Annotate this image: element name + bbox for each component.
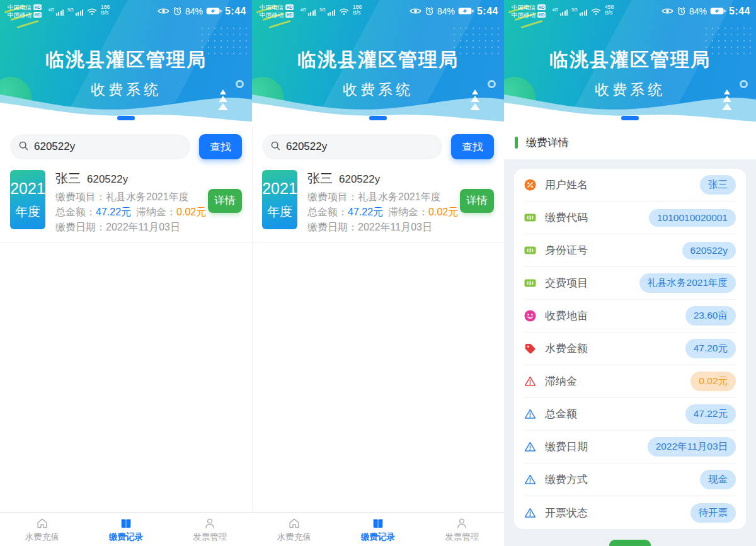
detail-row: 总金额 47.22元 bbox=[524, 398, 736, 431]
person-icon bbox=[455, 516, 469, 530]
value-pill: 1010010020001 bbox=[649, 209, 736, 227]
user-code: 620522y bbox=[339, 173, 380, 186]
payment-record-card[interactable]: 2021 年度 张三 620522y 缴费项目：礼县水务2021年度 总金额：4… bbox=[0, 159, 252, 242]
payment-list-body: 查找 2021 年度 张三 620522y 缴费项目：礼县水务2021年度 总金… bbox=[0, 126, 252, 242]
year-badge: 2021 年度 bbox=[10, 170, 45, 229]
signal-bars-icon bbox=[560, 9, 568, 16]
alarm-clock-icon bbox=[677, 6, 686, 16]
battery-charging-icon bbox=[458, 7, 474, 15]
percent-icon bbox=[524, 179, 536, 191]
status-bar: 中国电信 HD 中国移动 HD 4G 5G bbox=[512, 4, 750, 18]
late-fee-label: 滞纳金： bbox=[136, 207, 176, 217]
price-tag-icon bbox=[524, 343, 536, 355]
detail-row-label: 水费金额 bbox=[545, 341, 588, 356]
search-icon bbox=[18, 140, 29, 154]
open-book-icon bbox=[371, 516, 385, 530]
tab-payment-records[interactable]: 缴费记录 bbox=[336, 513, 420, 546]
detail-row-label: 交费项目 bbox=[545, 276, 588, 290]
wifi-icon bbox=[86, 8, 98, 16]
tab-invoice-management[interactable]: 发票管理 bbox=[168, 513, 252, 546]
tab-water-recharge[interactable]: 水费充值 bbox=[0, 513, 84, 546]
total-value: 47.22元 bbox=[96, 207, 131, 217]
project-label: 缴费项目： bbox=[307, 191, 358, 202]
value-pill: 47.22元 bbox=[685, 404, 736, 424]
search-field[interactable] bbox=[34, 140, 182, 153]
battery-percent: 84% bbox=[437, 6, 455, 16]
hd-badge-icon: HD bbox=[33, 12, 42, 18]
hd-badge-icon: HD bbox=[33, 4, 42, 10]
section-title-bar: 缴费详情 bbox=[504, 126, 756, 159]
bank-card-icon bbox=[524, 212, 536, 224]
nav-label: 水费充值 bbox=[25, 532, 59, 543]
battery-charging-icon bbox=[206, 7, 222, 15]
eye-icon bbox=[662, 7, 673, 15]
search-row: 查找 bbox=[0, 126, 252, 159]
status-right-cluster: 84% 5:44 bbox=[410, 6, 498, 17]
network-indicators: 4G 5G 186 B/s bbox=[47, 4, 110, 18]
status-bar: 中国电信 HD 中国移动 HD 4G 5G bbox=[8, 4, 246, 18]
warning-red-icon bbox=[524, 375, 536, 387]
year-badge-suffix: 年度 bbox=[15, 203, 40, 220]
net-5g-label: 5G bbox=[67, 8, 73, 12]
partial-action-button[interactable] bbox=[609, 540, 651, 546]
search-input[interactable] bbox=[262, 134, 442, 159]
value-pill: 现金 bbox=[700, 470, 736, 489]
late-fee-label: 滞纳金： bbox=[388, 207, 428, 217]
tab-payment-records[interactable]: 缴费记录 bbox=[84, 513, 168, 546]
net-speed: 458 B/s bbox=[605, 4, 614, 16]
hd-badge-icon: HD bbox=[537, 12, 546, 18]
detail-row: 滞纳金 0.02元 bbox=[524, 365, 736, 398]
year-badge-year: 2021 bbox=[262, 179, 297, 198]
net-4g-label: 4G bbox=[48, 8, 54, 12]
bank-card-icon bbox=[524, 277, 536, 289]
page-indicator bbox=[117, 116, 135, 120]
date-value: 2022年11月03日 bbox=[358, 222, 432, 232]
app-title: 临洮县灌区管理局 bbox=[504, 47, 756, 73]
decor-ring-icon bbox=[488, 80, 496, 88]
eye-icon bbox=[158, 7, 169, 15]
payment-list-body: 查找 2021 年度 张三 620522y 缴费项目：礼县水务2021年度 总金… bbox=[252, 126, 504, 242]
search-button[interactable]: 查找 bbox=[199, 134, 242, 159]
net-speed-unit: B/s bbox=[101, 9, 108, 16]
detail-row-label: 缴费代码 bbox=[545, 210, 588, 225]
detail-button[interactable]: 详情 bbox=[208, 189, 242, 213]
status-right-cluster: 84% 5:44 bbox=[158, 6, 246, 17]
carrier-name-1: 中国电信 bbox=[512, 4, 536, 11]
wifi-icon bbox=[590, 8, 602, 16]
tab-water-recharge[interactable]: 水费充值 bbox=[252, 513, 336, 546]
detail-row: 交费项目 礼县水务2021年度 bbox=[524, 267, 736, 300]
carrier-info: 中国电信 HD 中国移动 HD bbox=[260, 4, 294, 18]
search-button[interactable]: 查找 bbox=[451, 134, 494, 159]
panel-payment-detail: 中国电信 HD 中国移动 HD 4G 5G bbox=[504, 0, 756, 546]
nav-label: 缴费记录 bbox=[109, 532, 143, 543]
app-header: 中国电信 HD 中国移动 HD 4G 5G bbox=[504, 0, 756, 126]
late-fee-value: 0.02元 bbox=[428, 207, 458, 217]
tab-invoice-management[interactable]: 发票管理 bbox=[420, 513, 504, 546]
signal-bars-icon bbox=[328, 9, 336, 16]
detail-row: 缴费代码 1010010020001 bbox=[524, 202, 736, 234]
eye-icon bbox=[410, 7, 421, 15]
decor-arrows-icon bbox=[215, 88, 231, 110]
signal-bars-icon bbox=[308, 9, 316, 16]
carrier-name-1: 中国电信 bbox=[8, 4, 32, 11]
search-input[interactable] bbox=[10, 134, 190, 159]
net-4g-label: 4G bbox=[552, 8, 558, 12]
net-speed-unit: B/s bbox=[605, 9, 612, 16]
app-header: 中国电信 HD 中国移动 HD 4G 5G bbox=[0, 0, 252, 126]
record-amount-line: 总金额：47.22元滞纳金：0.02元 bbox=[55, 207, 206, 217]
divider bbox=[0, 242, 252, 242]
value-pill: 0.02元 bbox=[690, 372, 736, 391]
search-icon bbox=[270, 140, 281, 154]
warning-blue-icon bbox=[524, 441, 536, 453]
detail-row: 身份证号 620522y bbox=[524, 234, 736, 267]
payment-record-card[interactable]: 2021 年度 张三 620522y 缴费项目：礼县水务2021年度 总金额：4… bbox=[252, 159, 504, 242]
status-bar: 中国电信 HD 中国移动 HD 4G 5G bbox=[260, 4, 498, 18]
bank-card-icon bbox=[524, 244, 536, 256]
search-field[interactable] bbox=[286, 140, 434, 153]
nav-label: 水费充值 bbox=[277, 532, 311, 543]
page-indicator bbox=[621, 116, 639, 120]
net-speed: 186 B/s bbox=[101, 4, 110, 16]
detail-button[interactable]: 详情 bbox=[460, 189, 494, 213]
carrier-name-2: 中国移动 bbox=[512, 11, 536, 19]
home-icon bbox=[35, 516, 49, 530]
